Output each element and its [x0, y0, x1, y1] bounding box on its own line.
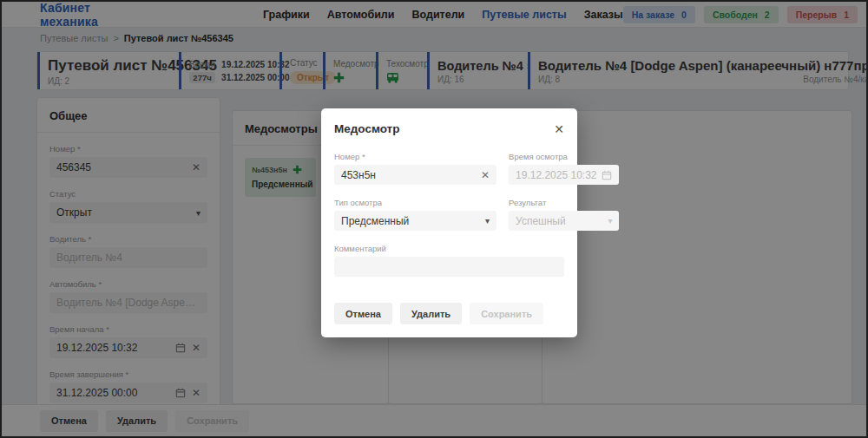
modal-result-caret-icon: ▾	[608, 216, 612, 226]
modal-number-field: Номер * ✕	[334, 152, 496, 185]
modal-type-caret-icon: ▾	[485, 216, 490, 226]
modal-comment-label: Комментарий	[334, 244, 564, 253]
modal-clear-number-icon[interactable]: ✕	[481, 170, 490, 180]
modal-number-label: Номер *	[334, 152, 496, 161]
modal-type-value: Предсменный	[341, 215, 480, 227]
modal-type-select[interactable]: Предсменный ▾	[334, 211, 496, 231]
modal-time-field: Время осмотра 19.12.2025 10:32	[509, 152, 619, 185]
modal-comment-input[interactable]	[341, 261, 557, 273]
modal-result-label: Результат	[509, 198, 619, 207]
modal-type-field: Тип осмотра Предсменный ▾	[334, 198, 496, 231]
modal-comment-field: Комментарий	[334, 244, 564, 277]
modal-close-icon[interactable]: ✕	[554, 123, 564, 135]
med-exam-modal: Медосмотр ✕ Номер * ✕ Время осмотра 19.1…	[321, 108, 577, 337]
modal-calendar-icon	[602, 170, 612, 180]
app-window: Кабинет механика Графики Автомобили Води…	[0, 0, 868, 438]
modal-number-input[interactable]	[341, 169, 476, 181]
modal-time-label: Время осмотра	[509, 152, 619, 161]
modal-result-select: Успешный ▾	[509, 211, 619, 231]
modal-type-label: Тип осмотра	[334, 198, 496, 207]
modal-save-button[interactable]: Сохранить	[470, 303, 543, 324]
modal-cancel-button[interactable]: Отмена	[334, 303, 392, 324]
modal-time-input: 19.12.2025 10:32	[516, 169, 596, 181]
modal-result-value: Успешный	[516, 215, 602, 227]
modal-delete-button[interactable]: Удалить	[400, 303, 462, 324]
modal-result-field: Результат Успешный ▾	[509, 198, 619, 231]
modal-title: Медосмотр	[334, 122, 399, 135]
